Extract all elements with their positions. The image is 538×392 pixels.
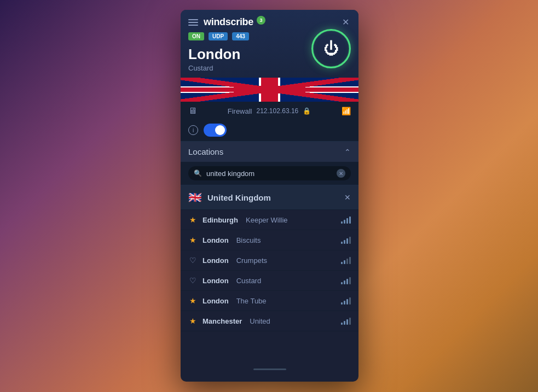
favorite-star-icon[interactable]: ★: [188, 296, 197, 305]
list-item[interactable]: ★ Manchester United: [181, 311, 358, 331]
svg-line-4: [181, 78, 358, 102]
connection-left: 🖥: [188, 106, 197, 116]
toggle-thumb: [215, 125, 225, 135]
signal-bar-2: [344, 280, 345, 284]
search-input[interactable]: [206, 169, 332, 178]
city-label: London: [203, 256, 229, 265]
search-clear-button[interactable]: ✕: [337, 169, 345, 178]
hamburger-menu[interactable]: [188, 19, 198, 26]
favorite-star-icon[interactable]: ★: [188, 236, 197, 244]
signal-bar-1: [341, 323, 343, 325]
signal-bar-2: [344, 321, 345, 325]
server-label: United: [250, 317, 270, 325]
list-item[interactable]: ♡ London Custard: [181, 271, 358, 291]
locations-panel: Locations ⌃ 🔍 ✕ 🇬🇧 United Kingdom ✕ ★ Ed…: [181, 142, 358, 371]
signal-bars: [341, 277, 351, 284]
signal-bar-2: [344, 301, 345, 305]
list-item[interactable]: ♡ London Crumpets: [181, 250, 358, 271]
country-header[interactable]: 🇬🇧 United Kingdom ✕: [181, 185, 358, 210]
city-label: London: [203, 277, 229, 285]
monitor-icon: 🖥: [188, 106, 197, 116]
signal-bar-3: [346, 299, 348, 305]
svg-rect-0: [181, 78, 358, 102]
notification-badge[interactable]: 3: [257, 16, 265, 25]
bottom-line: [253, 368, 286, 370]
lock-icon: 🔒: [303, 107, 311, 115]
firewall-label: Firewall: [228, 107, 252, 115]
server-label: The Tube: [236, 297, 267, 305]
svg-line-1: [181, 78, 358, 102]
signal-icon: 📶: [342, 107, 351, 115]
signal-bar-3: [346, 279, 348, 284]
location-list: ★ Edinburgh Keeper Willie ★ London Biscu…: [181, 210, 358, 367]
signal-bar-4: [349, 237, 351, 244]
country-name: United Kingdom: [207, 193, 339, 202]
signal-bar-1: [341, 282, 343, 284]
signal-bars: [341, 237, 351, 244]
signal-bars: [341, 217, 351, 224]
svg-rect-7: [181, 87, 358, 92]
search-bar: 🔍 ✕: [181, 162, 358, 185]
signal-bar-4: [349, 297, 351, 305]
info-icon[interactable]: i: [188, 125, 198, 135]
favorite-heart-icon[interactable]: ♡: [188, 256, 197, 265]
server-label: Crumpets: [236, 256, 267, 265]
server-label: Keeper Willie: [246, 216, 288, 224]
ip-address: 212.102.63.16: [257, 107, 299, 115]
signal-bar-3: [346, 319, 348, 325]
bottom-indicator: [181, 367, 358, 371]
signal-bar-1: [341, 221, 343, 224]
header: windscribe 3 ✕ ON UDP 443 ⏻ London Custa…: [181, 10, 358, 78]
locations-header: Locations ⌃: [181, 142, 358, 162]
signal-bars: [341, 318, 351, 325]
signal-bars: [341, 257, 351, 264]
svg-rect-8: [261, 78, 278, 102]
connection-status-badge[interactable]: ON: [188, 32, 204, 40]
svg-line-3: [181, 78, 358, 102]
connection-bar: 🖥 Firewall 212.102.63.16 🔒 📶: [181, 102, 358, 120]
firewall-toggle[interactable]: [204, 124, 227, 137]
signal-bar-2: [344, 240, 345, 244]
signal-bars: [341, 297, 351, 305]
city-label: London: [203, 236, 229, 244]
signal-bar-4: [349, 217, 351, 224]
signal-bar-1: [341, 262, 343, 264]
city-label: Edinburgh: [203, 216, 238, 224]
title-left: windscribe 3: [188, 16, 265, 28]
server-label: Biscuits: [236, 236, 261, 244]
search-icon: 🔍: [194, 169, 202, 177]
svg-line-2: [181, 78, 358, 102]
signal-bar-4: [349, 277, 351, 284]
ip-area: Firewall 212.102.63.16 🔒: [228, 107, 311, 115]
svg-rect-5: [181, 86, 358, 93]
protocol-badge[interactable]: UDP: [209, 32, 228, 40]
locations-title: Locations: [188, 147, 223, 156]
power-icon: ⏻: [323, 41, 339, 56]
signal-bar-2: [344, 220, 345, 224]
signal-bar-3: [346, 259, 348, 264]
toggle-row: i: [181, 120, 358, 142]
port-badge[interactable]: 443: [232, 32, 249, 40]
signal-bar-1: [341, 242, 343, 244]
signal-bar-3: [346, 218, 348, 224]
city-label: Manchester: [203, 317, 242, 325]
power-button[interactable]: ⏻: [311, 29, 351, 68]
signal-bar-4: [349, 318, 351, 325]
country-close-icon[interactable]: ✕: [344, 193, 351, 202]
chevron-up-icon[interactable]: ⌃: [344, 148, 351, 156]
favorite-star-icon[interactable]: ★: [188, 215, 197, 224]
list-item[interactable]: ★ London The Tube: [181, 291, 358, 311]
close-button[interactable]: ✕: [340, 17, 351, 28]
list-item[interactable]: ★ London Biscuits: [181, 230, 358, 250]
list-item[interactable]: ★ Edinburgh Keeper Willie: [181, 210, 358, 230]
flag-strip: [181, 78, 358, 102]
favorite-heart-icon[interactable]: ♡: [188, 276, 197, 285]
server-label: Custard: [236, 277, 262, 285]
city-label: London: [203, 297, 229, 305]
power-button-area: ⏻: [311, 29, 351, 68]
country-flag: 🇬🇧: [188, 191, 202, 204]
signal-bar-2: [344, 260, 345, 264]
favorite-star-icon[interactable]: ★: [188, 317, 197, 325]
svg-rect-6: [259, 78, 280, 102]
app-logo: windscribe: [204, 16, 253, 28]
